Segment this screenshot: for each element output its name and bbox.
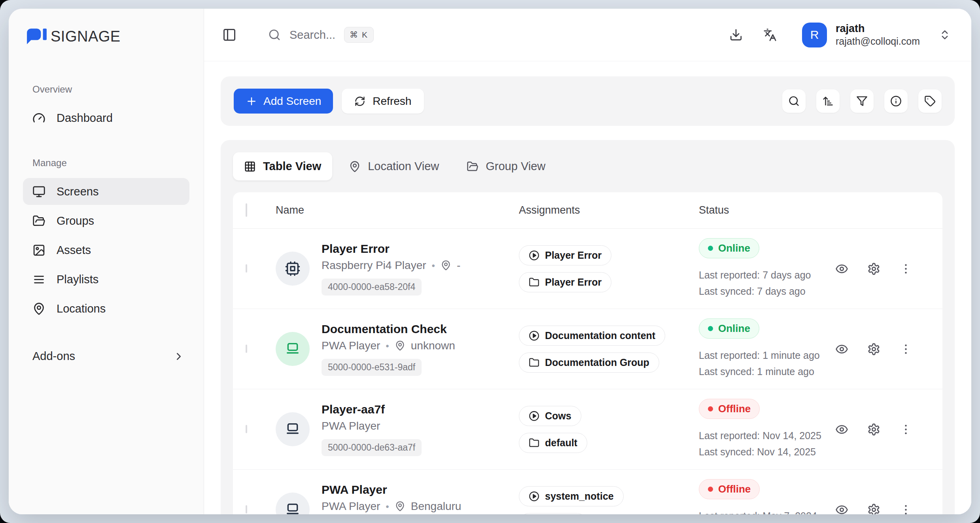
row-checkbox[interactable]	[246, 264, 247, 273]
preview-button[interactable]	[835, 423, 848, 436]
tab-location-view[interactable]: Location View	[338, 152, 450, 180]
folder-icon	[529, 357, 539, 368]
column-header-assignments: Assignments	[519, 204, 699, 216]
more-actions-button[interactable]	[899, 262, 912, 275]
toolbar-buttons: Add Screen Refresh	[234, 89, 424, 114]
user-email: rajath@colloqi.com	[836, 35, 920, 47]
laptop-icon	[285, 502, 301, 514]
settings-button[interactable]	[867, 343, 880, 356]
gear-icon	[867, 503, 880, 515]
folder-icon	[529, 277, 539, 288]
sidebar-item-screens[interactable]: Screens	[23, 178, 189, 205]
filter-button[interactable]	[850, 89, 874, 113]
device-avatar	[276, 493, 310, 514]
sidebar-toggle-button[interactable]	[222, 28, 236, 42]
refresh-button[interactable]: Refresh	[342, 89, 424, 114]
sidebar-item-label: Dashboard	[57, 112, 113, 125]
playlist-pill[interactable]: Documentation content	[519, 326, 665, 346]
tag-button[interactable]	[918, 89, 942, 113]
table-header-row: Name Assignments Status	[233, 192, 942, 229]
play-circle-icon	[529, 330, 539, 341]
user-info: rajath rajath@colloqi.com	[836, 22, 920, 48]
screen-subtitle: Raspberry Pi4 Player -	[322, 259, 460, 272]
sidebar-item-locations[interactable]: Locations	[23, 295, 189, 322]
more-actions-button[interactable]	[899, 423, 912, 436]
play-circle-icon	[529, 411, 539, 421]
preview-button[interactable]	[835, 262, 848, 275]
view-tabs: Table View Location View Group View	[233, 152, 942, 180]
sidebar-item-label: Groups	[57, 214, 94, 227]
row-checkbox[interactable]	[246, 345, 247, 353]
sidebar-item-label: Assets	[57, 244, 91, 257]
screen-name: PWA Player	[322, 483, 461, 496]
sidebar-item-groups[interactable]: Groups	[23, 207, 189, 234]
sidebar-item-playlists[interactable]: Playlists	[23, 266, 189, 293]
status-details: Last reported: 7 days ago Last synced: 7…	[699, 267, 851, 299]
sort-ascending-icon	[822, 95, 834, 107]
monitor-icon	[32, 185, 45, 198]
avatar: R	[802, 23, 827, 47]
table-row: Documentation Check PWA Player unknown 5…	[233, 309, 942, 389]
panel-left-icon	[222, 28, 236, 42]
select-all-checkbox[interactable]	[246, 203, 247, 217]
screen-subtitle: PWA Player unknown	[322, 339, 455, 352]
tab-group-view[interactable]: Group View	[456, 152, 556, 180]
status-details: Last reported: May 7, 2024 Syncing... 0/…	[699, 508, 851, 514]
play-circle-icon	[529, 491, 539, 502]
laptop-icon	[285, 341, 301, 357]
status-badge: Offline	[699, 399, 760, 419]
sidebar-item-addons[interactable]: Add-ons	[23, 350, 189, 363]
more-actions-button[interactable]	[899, 343, 912, 356]
settings-button[interactable]	[867, 503, 880, 515]
map-pin-icon	[395, 340, 405, 351]
chevron-right-icon	[173, 351, 185, 362]
row-checkbox[interactable]	[246, 425, 247, 433]
status-details: Last reported: Nov 14, 2025 Last synced:…	[699, 428, 851, 460]
toolbar-icon-group	[782, 89, 942, 113]
folder-open-icon	[32, 214, 45, 227]
search-icon	[788, 95, 800, 107]
preview-button[interactable]	[835, 343, 848, 356]
group-pill[interactable]: Documentation Group	[519, 352, 659, 373]
map-pin-icon	[32, 302, 45, 315]
info-button[interactable]	[884, 89, 908, 113]
laptop-icon	[285, 421, 301, 437]
playlist-pill[interactable]: system_notice	[519, 486, 624, 506]
more-actions-button[interactable]	[899, 503, 912, 515]
settings-button[interactable]	[867, 423, 880, 436]
language-button[interactable]	[763, 28, 777, 42]
playlist-pill[interactable]: Player Error	[519, 245, 611, 265]
settings-button[interactable]	[867, 262, 880, 275]
download-icon	[729, 28, 743, 42]
screen-name: Player Error	[322, 242, 460, 256]
desktop-background: SIGNAGE Overview Dashboard Manage Screen…	[0, 0, 980, 523]
screens-table: Name Assignments Status P	[233, 192, 942, 514]
gear-icon	[867, 423, 880, 436]
main-area: Search... ⌘ K R rajath rajath@colloqi.co…	[204, 9, 971, 514]
table-icon	[244, 161, 256, 172]
preview-button[interactable]	[835, 503, 848, 515]
tab-table-view[interactable]: Table View	[233, 152, 332, 180]
search-icon	[268, 28, 281, 41]
add-screen-button[interactable]: Add Screen	[234, 89, 333, 114]
screen-name: Player-aa7f	[322, 403, 422, 416]
sidebar-item-label: Locations	[57, 302, 106, 315]
sidebar-item-assets[interactable]: Assets	[23, 237, 189, 263]
user-menu[interactable]: R rajath rajath@colloqi.com	[802, 22, 951, 48]
group-pill[interactable]: Player Error	[519, 272, 611, 292]
eye-icon	[835, 423, 848, 436]
sidebar-item-dashboard[interactable]: Dashboard	[23, 104, 189, 131]
screens-panel: Table View Location View Group View	[221, 140, 955, 514]
sort-button[interactable]	[816, 89, 840, 113]
search-input[interactable]: Search... ⌘ K	[268, 27, 374, 43]
gear-icon	[867, 343, 880, 356]
group-pill[interactable]: default	[519, 513, 587, 515]
playlist-pill[interactable]: Cows	[519, 406, 581, 426]
row-checkbox[interactable]	[246, 505, 247, 514]
table-search-button[interactable]	[782, 89, 806, 113]
table-row: Player-aa7f PWA Player 5000-0000-de63-aa…	[233, 389, 942, 470]
download-button[interactable]	[729, 28, 743, 42]
play-circle-icon	[529, 250, 539, 261]
pisignage-logo-icon	[26, 28, 47, 45]
group-pill[interactable]: default	[519, 433, 587, 453]
